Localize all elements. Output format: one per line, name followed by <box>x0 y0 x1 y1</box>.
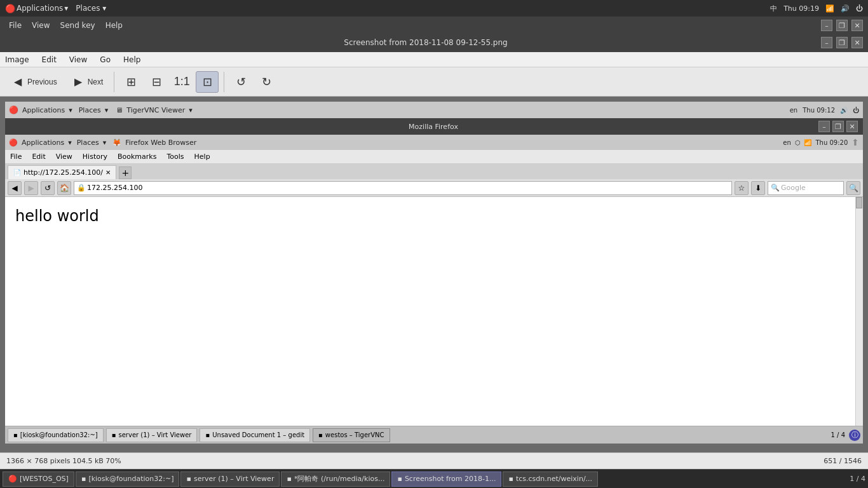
outer-min-btn[interactable]: – <box>821 20 832 31</box>
ff-reload-btn[interactable]: ↺ <box>41 181 55 195</box>
image-viewer-window: Screenshot from 2018-11-08 09-12-55.png … <box>0 33 868 469</box>
firefox-tab-1[interactable]: 📄 http://172.25.254.100/ ✕ <box>8 165 116 179</box>
apps-label[interactable]: Applications <box>17 4 63 13</box>
prev-button[interactable]: ◀ Previous <box>5 72 63 92</box>
lang-indicator[interactable]: 中 <box>770 4 777 13</box>
ff-menu-file[interactable]: File <box>8 151 24 162</box>
ff-menu-tools[interactable]: Tools <box>164 151 186 162</box>
viewer-close-btn[interactable]: ✕ <box>851 37 863 48</box>
vnc-tigervnc-chevron: ▾ <box>189 106 193 114</box>
firefox-window: Mozilla Firefox – ❐ ✕ 🔴 Applications ▾ P… <box>5 118 863 426</box>
vnc-time: Thu 09:12 <box>803 107 835 114</box>
vnc-outer-window: 🔴 Applications ▾ Places ▾ 🖥 TigerVNC Vie… <box>5 102 863 444</box>
outer-task-csdn-icon: ▪ <box>508 475 513 483</box>
outer-task-terminal[interactable]: ▪ [kiosk@foundation32:~] <box>76 471 180 487</box>
ff-menu-help[interactable]: Help <box>192 151 213 162</box>
outer-help-menu[interactable]: Help <box>102 20 126 31</box>
firefox-inner-topbar: 🔴 Applications ▾ Places ▾ 🦊 Firefox Web … <box>5 135 863 150</box>
outer-max-btn[interactable]: ❐ <box>836 20 848 31</box>
ff-min-btn[interactable]: – <box>818 121 830 132</box>
outer-task-apachi[interactable]: ▪ *阿帕奇 (/run/media/kios... <box>281 471 390 487</box>
vnc-apps-label[interactable]: Applications <box>22 106 65 114</box>
best-fit-btn[interactable]: ⊡ <box>196 71 219 93</box>
rotate-right-btn[interactable]: ↻ <box>255 71 278 93</box>
apps-menu-trigger[interactable]: 🔴 Applications ▾ <box>5 4 68 13</box>
ff-firefox-label[interactable]: Firefox Web Browser <box>125 139 196 147</box>
ff-back-btn[interactable]: ◀ <box>8 181 22 195</box>
ff-forward-btn[interactable]: ▶ <box>24 181 38 195</box>
vnc-lang: en <box>790 107 798 114</box>
ff-apps-label[interactable]: Applications <box>22 139 64 147</box>
viewer-menu-image[interactable]: Image <box>3 54 32 65</box>
zoom-fit-btn[interactable]: ⊟ <box>145 71 168 93</box>
viewer-position: 651 / 1546 <box>824 457 862 465</box>
ff-max-btn[interactable]: ❐ <box>832 121 844 132</box>
viewer-menu-edit[interactable]: Edit <box>39 54 59 65</box>
viewer-window-controls: – ❐ ✕ <box>821 37 863 48</box>
fit-window-btn[interactable]: ⊞ <box>119 71 142 93</box>
viewer-menu-help[interactable]: Help <box>121 54 143 65</box>
viewer-menu-view[interactable]: View <box>67 54 90 65</box>
toolbar-sep2 <box>224 72 224 92</box>
vnc-task-gedit[interactable]: ▪ Unsaved Document 1 – gedit <box>200 428 310 442</box>
viewer-max-btn[interactable]: ❐ <box>836 37 848 48</box>
viewer-menubar: Image Edit View Go Help <box>0 52 868 67</box>
viewer-menu-go[interactable]: Go <box>97 54 113 65</box>
ff-tab1-close[interactable]: ✕ <box>105 169 111 176</box>
ff-home-btn[interactable]: 🏠 <box>57 181 71 195</box>
volume-icon[interactable]: 🔊 <box>841 4 850 13</box>
ff-scrollbar-thumb[interactable] <box>856 197 862 208</box>
ff-star-btn[interactable]: ☆ <box>735 181 749 195</box>
outer-task-virt-icon: ▪ <box>186 475 191 483</box>
outer-task-westos[interactable]: 🔴 [WESTOS_OS] <box>3 471 74 487</box>
vnc-top-taskbar: 🔴 Applications ▾ Places ▾ 🖥 TigerVNC Vie… <box>5 102 863 118</box>
ff-places-label[interactable]: Places <box>77 139 99 147</box>
ff-menu-history[interactable]: History <box>80 151 110 162</box>
outer-task-westos-label: [WESTOS_OS] <box>20 475 69 483</box>
outer-close-btn[interactable]: ✕ <box>851 20 863 31</box>
ff-search-bar[interactable]: 🔍 Google <box>768 181 844 195</box>
ff-search-submit-btn[interactable]: 🔍 <box>846 181 860 195</box>
vnc-task-tigervnc[interactable]: ▪ westos – TigerVNC <box>313 428 390 442</box>
viewer-min-btn[interactable]: – <box>821 37 832 48</box>
vnc-task-virt-icon: ▪ <box>112 431 116 438</box>
rotate-left-btn[interactable]: ↺ <box>229 71 252 93</box>
outer-view-menu[interactable]: View <box>28 20 53 31</box>
outer-task-screenshot[interactable]: ▪ Screenshot from 2018-1... <box>391 471 501 487</box>
firefox-title-text: Mozilla Firefox <box>409 123 458 131</box>
add-tab-btn[interactable]: + <box>119 166 132 179</box>
outer-task-virt-label: server (1) – Virt Viewer <box>194 475 274 483</box>
places-menu-trigger[interactable]: Places ▾ <box>76 4 106 13</box>
ff-wifi-icon: 📶 <box>804 139 811 146</box>
outer-task-csdn[interactable]: ▪ tcs.csdn.net/weixin/... <box>503 471 598 487</box>
vnc-info-icon[interactable]: ⓘ <box>849 430 860 441</box>
viewer-statusbar: 868 × 488 pixels 104.5 kB 70% 651 / 154… <box>0 452 868 469</box>
ff-search-icon: 🔍 <box>771 184 780 192</box>
outer-sendkey-menu[interactable]: Send key <box>57 20 99 31</box>
system-bar: 🔴 Applications ▾ Places ▾ 中 Thu 09:19 📶 … <box>0 0 868 17</box>
outer-task-virt[interactable]: ▪ server (1) – Virt Viewer <box>180 471 280 487</box>
vnc-vol-icon[interactable]: 🔊 <box>840 107 848 114</box>
firefox-tabbar: 📄 http://172.25.254.100/ ✕ + <box>5 164 863 179</box>
ff-bookmark-btn[interactable]: ⬇ <box>751 181 765 195</box>
outer-titlebar: File View Send key Help – ❐ ✕ <box>0 17 868 34</box>
vnc-power-icon[interactable]: ⏻ <box>853 107 859 114</box>
ff-menu-view[interactable]: View <box>53 151 75 162</box>
ff-menu-bookmarks[interactable]: Bookmarks <box>115 151 159 162</box>
vnc-places-label[interactable]: Places <box>79 106 101 114</box>
ff-close-btn[interactable]: ✕ <box>846 121 858 132</box>
outer-file-menu[interactable]: File <box>5 20 25 31</box>
ff-scrollbar[interactable] <box>855 197 863 426</box>
power-icon[interactable]: ⏻ <box>856 4 863 13</box>
vnc-tigervnc-label[interactable]: TigerVNC Viewer <box>126 106 185 114</box>
vnc-task-terminal[interactable]: ▪ [kiosk@foundation32:~] <box>8 428 104 442</box>
vnc-task-virt[interactable]: ▪ server (1) – Virt Viewer <box>106 428 198 442</box>
vnc-task-terminal-icon: ▪ <box>13 431 18 438</box>
outer-window-controls: – ❐ ✕ <box>821 20 863 31</box>
ff-url-bar[interactable]: 🔒 172.25.254.100 <box>74 181 732 195</box>
next-button[interactable]: ▶ Next <box>65 72 109 92</box>
zoom-1-1-btn[interactable]: 1:1 <box>170 71 193 93</box>
ff-menu-edit[interactable]: Edit <box>29 151 48 162</box>
vnc-topbar-right: en Thu 09:12 🔊 ⏻ <box>790 107 859 114</box>
firefox-outer-titlebar: Mozilla Firefox – ❐ ✕ <box>5 118 863 135</box>
